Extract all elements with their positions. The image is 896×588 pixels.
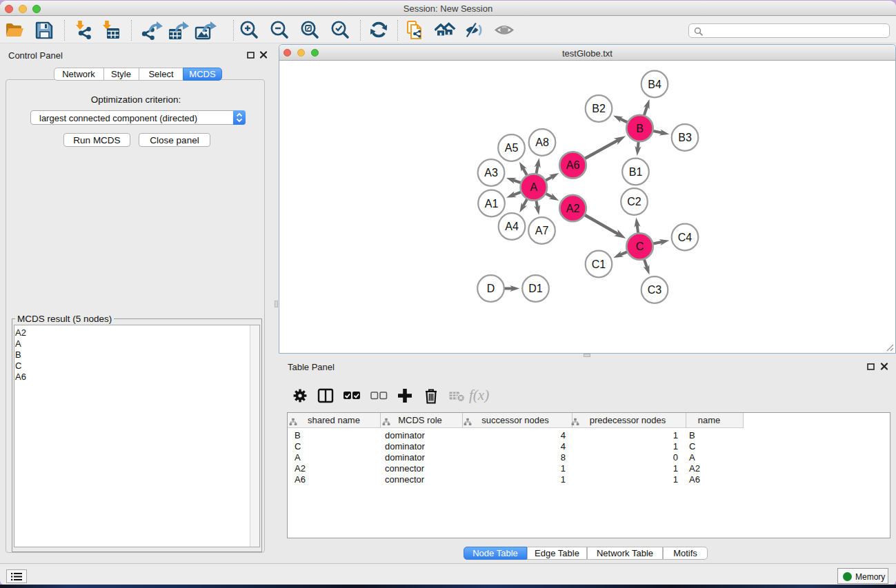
svg-text:B2: B2 — [592, 103, 606, 114]
svg-text:C3: C3 — [648, 284, 662, 296]
svg-text:A3: A3 — [484, 167, 498, 179]
svg-text:C1: C1 — [592, 258, 606, 270]
svg-text:A2: A2 — [566, 203, 580, 214]
svg-text:C: C — [636, 241, 644, 252]
svg-text:C4: C4 — [678, 232, 693, 243]
svg-text:B3: B3 — [678, 132, 692, 143]
svg-text:B4: B4 — [648, 79, 661, 90]
svg-text:B1: B1 — [629, 166, 643, 178]
svg-text:A4: A4 — [505, 221, 519, 232]
svg-text:A6: A6 — [566, 159, 580, 171]
svg-text:D1: D1 — [528, 283, 543, 294]
svg-text:A8: A8 — [535, 136, 549, 148]
svg-text:A1: A1 — [485, 198, 499, 210]
svg-text:A: A — [530, 181, 537, 193]
svg-text:B: B — [636, 123, 644, 134]
svg-text:D: D — [487, 283, 495, 294]
svg-text:A5: A5 — [505, 142, 519, 154]
svg-text:A7: A7 — [535, 225, 549, 236]
svg-text:C2: C2 — [627, 196, 641, 207]
